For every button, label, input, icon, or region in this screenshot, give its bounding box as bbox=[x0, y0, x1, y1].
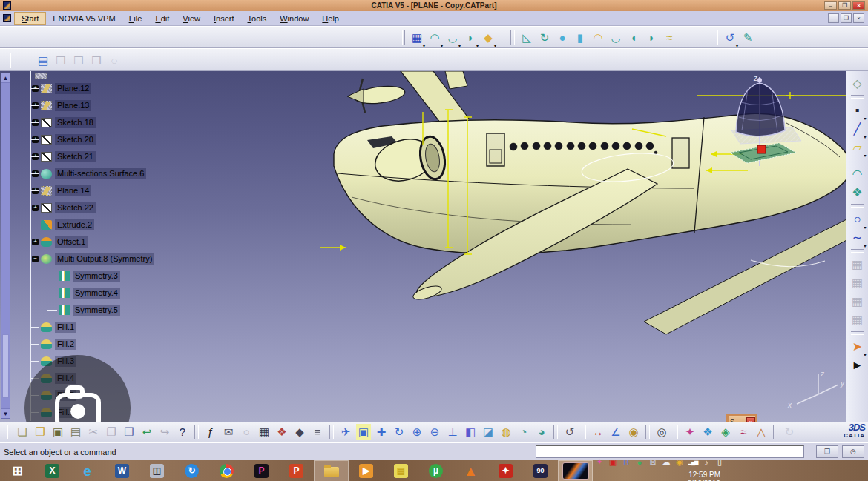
cut-icon[interactable]: ✂ bbox=[85, 423, 102, 441]
whats-this-icon[interactable]: ? bbox=[174, 423, 191, 441]
lock-icon[interactable]: ◆ bbox=[291, 423, 309, 441]
tray-solidworks-icon[interactable]: ▣ bbox=[606, 454, 619, 471]
spline-icon[interactable]: ∼▾ bbox=[848, 228, 867, 247]
tree-item[interactable]: Symmetry.5 bbox=[13, 302, 154, 319]
tree-item[interactable]: Symmetry.3 bbox=[13, 268, 154, 285]
dropdown-arrow-icon[interactable]: ▾ bbox=[441, 43, 443, 48]
wireframe-icon[interactable]: ◕ bbox=[533, 423, 550, 441]
multi-section-surface-icon[interactable]: ◗ bbox=[642, 29, 660, 47]
tree-item[interactable]: Fill.5 bbox=[13, 387, 154, 404]
tree-expander[interactable]: + bbox=[32, 188, 39, 194]
analysis-curvature-icon[interactable]: ❖ bbox=[699, 423, 717, 441]
snapshot-icon[interactable]: ◎ bbox=[653, 423, 671, 441]
scrollbar-thumb[interactable] bbox=[2, 334, 9, 398]
cylinder-surface-icon[interactable]: ▮ bbox=[571, 29, 589, 47]
dropdown-arrow-icon[interactable]: ▾ bbox=[458, 43, 461, 48]
sphere-surface-icon[interactable]: ● bbox=[553, 29, 571, 47]
taskbar-word[interactable]: W bbox=[105, 460, 139, 481]
tree-item-label[interactable]: Plane.12 bbox=[55, 83, 91, 94]
analysis-draft-icon[interactable]: ◈ bbox=[717, 423, 734, 441]
pan-icon[interactable]: ✚ bbox=[372, 423, 390, 441]
fit-all-icon[interactable]: ▣ bbox=[355, 423, 372, 441]
fuselage[interactable] bbox=[334, 113, 851, 253]
taskbar-ie[interactable]: e bbox=[70, 460, 105, 481]
tray-battery-icon[interactable]: ▯ bbox=[713, 454, 726, 471]
swept-surface-icon[interactable]: ◡ bbox=[607, 29, 625, 47]
menu-item[interactable]: Insert bbox=[207, 13, 241, 24]
tree-expander[interactable]: + bbox=[32, 119, 39, 126]
scroll-down-arrow-icon[interactable]: ▼ bbox=[1, 408, 10, 418]
dropdown-arrow-icon[interactable]: ▾ bbox=[476, 43, 479, 48]
doc-close-button[interactable]: × bbox=[853, 13, 864, 23]
tree-item-label[interactable]: Fill.1 bbox=[55, 322, 76, 333]
redo-icon[interactable]: ↪ bbox=[156, 423, 174, 441]
doc-minimize-button[interactable]: – bbox=[828, 13, 839, 23]
print-icon[interactable]: ▤ bbox=[67, 423, 85, 441]
surface-loft-icon[interactable]: ◡▾ bbox=[444, 29, 461, 47]
taskbar-clock[interactable]: 12:59 PM 8/19/2019 bbox=[593, 471, 726, 481]
split-icon[interactable]: ▦ bbox=[848, 273, 867, 292]
status-knowledge-button[interactable]: ◷ bbox=[842, 445, 864, 458]
tree-item-label[interactable]: Fill.6 bbox=[55, 407, 76, 418]
measure-between-icon[interactable]: ↔ bbox=[589, 423, 607, 441]
taskbar-90app[interactable]: 90 bbox=[523, 460, 558, 481]
zoom-in-icon[interactable]: ⊕ bbox=[408, 423, 426, 441]
surface-fill-icon[interactable]: ◗▾ bbox=[461, 29, 479, 47]
point-icon[interactable]: ▪▾ bbox=[848, 101, 867, 119]
transform-repeat-icon[interactable]: ↺▾ bbox=[721, 29, 739, 47]
copy-icon[interactable]: ❐ bbox=[102, 423, 120, 441]
tree-item-label[interactable]: Fill.2 bbox=[55, 339, 76, 350]
tree-expander[interactable]: + bbox=[32, 153, 39, 160]
toolbar-grip[interactable] bbox=[10, 53, 13, 68]
refresh-icon[interactable]: ↻ bbox=[780, 423, 798, 441]
zoom-out-icon[interactable]: ⊖ bbox=[426, 423, 444, 441]
tree-item[interactable]: + Sketch.18 bbox=[13, 114, 154, 131]
tree-item-label[interactable]: Sketch.21 bbox=[55, 151, 96, 162]
palette-title-bar[interactable]: S.. x bbox=[729, 416, 755, 422]
tree-expander[interactable]: + bbox=[32, 205, 39, 211]
undo-icon[interactable]: ↩ bbox=[138, 423, 156, 441]
taskbar-monitor[interactable]: ◫ bbox=[139, 460, 174, 481]
view-mode-icon[interactable]: ▦▾ bbox=[408, 29, 426, 47]
shading-edges-icon[interactable]: ◔ bbox=[515, 423, 533, 441]
enovia-sync-icon[interactable]: ❒ bbox=[88, 52, 105, 70]
taskbar-powerpoint[interactable]: P bbox=[279, 460, 314, 481]
menu-item[interactable]: Tools bbox=[241, 13, 274, 24]
compass-base-plane[interactable] bbox=[730, 143, 796, 163]
extrude-icon[interactable]: ◠ bbox=[848, 165, 867, 183]
boundary-icon[interactable]: ▦ bbox=[848, 311, 867, 329]
tree-expander[interactable]: + bbox=[32, 102, 39, 109]
trim-icon[interactable]: ▦ bbox=[848, 292, 867, 311]
constraints-icon[interactable]: ≡ bbox=[309, 423, 326, 441]
menu-item[interactable]: File bbox=[122, 13, 149, 24]
tray-app-icon[interactable]: ✦ bbox=[593, 454, 606, 471]
design-table-icon[interactable]: ▦ bbox=[255, 423, 273, 441]
tray-antivirus-icon[interactable]: ● bbox=[633, 454, 646, 471]
menu-item[interactable]: Start bbox=[14, 12, 46, 25]
taskbar-chrome[interactable] bbox=[209, 460, 244, 481]
taskbar-utorrent[interactable]: µ bbox=[418, 460, 453, 481]
taskbar-notes[interactable]: ▤ bbox=[384, 460, 418, 481]
compass[interactable]: z bbox=[730, 74, 801, 166]
menu-item[interactable]: View bbox=[176, 13, 207, 24]
near-wing[interactable] bbox=[416, 169, 657, 297]
analysis-distance-icon[interactable]: ✦ bbox=[681, 423, 699, 441]
tree-item[interactable]: Fill.4 bbox=[13, 370, 154, 387]
dropdown-arrow-icon[interactable]: ▾ bbox=[423, 43, 425, 48]
multi-view-icon[interactable]: ◧ bbox=[461, 423, 479, 441]
tree-item[interactable]: + Plane.14 bbox=[13, 182, 154, 199]
scroll-up-arrow-icon[interactable]: ▲ bbox=[1, 73, 10, 83]
more-tools-icon[interactable]: ► bbox=[848, 356, 867, 374]
tree-item-label[interactable]: Sketch.18 bbox=[55, 117, 96, 128]
menu-item[interactable]: ENOVIA V5 VPM bbox=[46, 13, 122, 24]
paste-icon[interactable]: ❒ bbox=[120, 423, 138, 441]
blend-surface-icon[interactable]: ≈ bbox=[660, 29, 678, 47]
taskbar-picsart[interactable]: P bbox=[244, 460, 279, 481]
tree-item-label[interactable]: Symmetry.4 bbox=[73, 288, 120, 299]
surface-blend-icon[interactable]: ◆▾ bbox=[479, 29, 497, 47]
tray-network-icon[interactable]: ▂▄▆ bbox=[686, 454, 700, 471]
join-icon[interactable]: ▦ bbox=[848, 255, 867, 273]
tree-item-label[interactable]: Symmetry.3 bbox=[73, 271, 120, 282]
tree-item[interactable]: Fill.1 bbox=[13, 319, 154, 336]
properties-icon[interactable]: ▤ bbox=[34, 52, 52, 70]
